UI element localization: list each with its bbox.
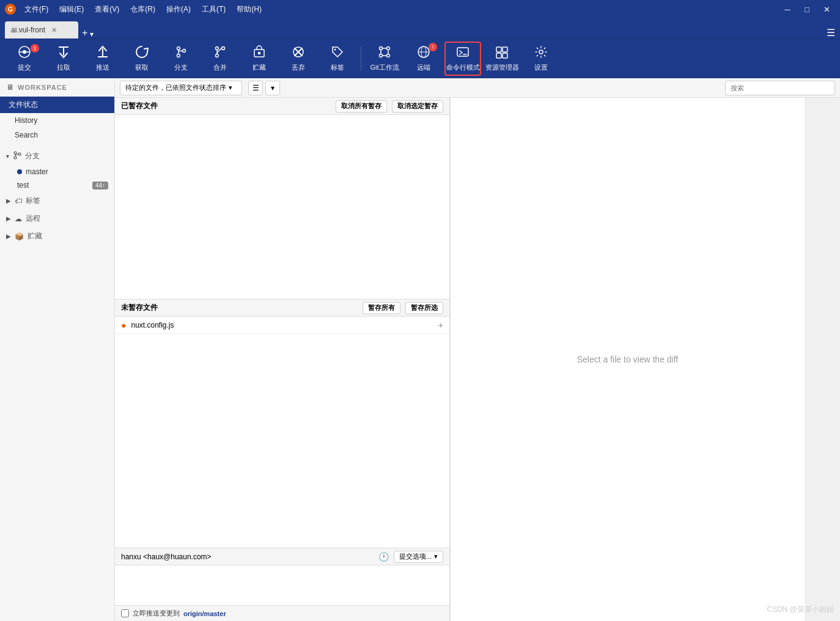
menu-file[interactable]: 文件(F) — [20, 3, 53, 16]
remote-section-label: 远程 — [26, 213, 40, 224]
remote-button[interactable]: ! 远端 — [405, 42, 442, 76]
tags-section-arrow: ▶ — [6, 197, 11, 204]
filter-list-icon[interactable]: ☰ — [248, 81, 263, 95]
push-immediately-checkbox[interactable] — [121, 609, 129, 617]
commit-badge: 1 — [31, 44, 39, 53]
commit-button[interactable]: 1 提交 — [6, 42, 43, 76]
branch-button[interactable]: 分支 — [163, 42, 199, 76]
remote-badge: ! — [429, 43, 437, 51]
svg-rect-27 — [457, 48, 468, 56]
clock-icon[interactable]: 🕐 — [378, 552, 389, 562]
maximize-button[interactable]: □ — [798, 1, 816, 18]
branch-test[interactable]: test 44↑ — [0, 178, 114, 192]
stash-button[interactable]: 贮藏 — [241, 42, 278, 76]
minimize-button[interactable]: ─ — [779, 1, 796, 18]
left-panel: 已暂存文件 取消所有暂存 取消选定暂存 未暂存文件 暂存所有 暂存所选 — [115, 98, 450, 621]
push-icon — [96, 45, 109, 62]
svg-point-8 — [183, 49, 186, 52]
file-action-add[interactable]: + — [438, 320, 443, 330]
sidebar-section-tags[interactable]: ▶ 🏷 标签 — [0, 192, 114, 210]
unstage-selected-button[interactable]: 取消选定暂存 — [392, 100, 443, 112]
svg-point-9 — [216, 46, 219, 50]
sidebar-item-search[interactable]: Search — [0, 128, 114, 142]
svg-point-15 — [334, 48, 336, 50]
menu-repo[interactable]: 仓库(R) — [125, 3, 160, 16]
branch-label: 分支 — [174, 63, 188, 72]
commit-area: hanxu <haux@huaun.com> 🕐 提交选项... ▾ 立即推送变… — [115, 548, 449, 621]
svg-point-10 — [216, 54, 219, 57]
resource-manager-icon — [495, 45, 509, 62]
stage-all-button[interactable]: 暂存所有 — [363, 302, 400, 314]
hamburger-icon[interactable]: ☰ — [827, 27, 835, 39]
merge-label: 合并 — [213, 63, 227, 72]
workspace-text: WORKSPACE — [18, 84, 67, 91]
filter-bar: 待定的文件，已依照文件状态排序 ▾ ☰ ▾ — [115, 78, 840, 98]
staged-section: 已暂存文件 取消所有暂存 取消选定暂存 — [115, 98, 449, 299]
branch-icon — [174, 45, 188, 62]
tab-add-button[interactable]: + — [82, 28, 87, 39]
sidebar-section-remote[interactable]: ▶ ☁ 远程 — [0, 210, 114, 227]
sidebar-section-branches[interactable]: ▾ 分支 — [0, 147, 114, 165]
svg-rect-29 — [496, 47, 501, 52]
sidebar-item-history[interactable]: History — [0, 113, 114, 128]
filter-grid-icon[interactable]: ▾ — [265, 81, 280, 95]
remote-section-icon: ☁ — [15, 215, 22, 223]
pull-label: 拉取 — [57, 63, 70, 72]
list-item[interactable]: ● nuxt.config.js + — [115, 317, 449, 334]
menu-edit[interactable]: 编辑(E) — [54, 3, 89, 16]
svg-rect-31 — [496, 53, 501, 58]
unstage-all-button[interactable]: 取消所有暂存 — [336, 100, 387, 112]
svg-rect-13 — [258, 52, 260, 54]
stash-section-icon: 📦 — [15, 232, 24, 241]
menu-help[interactable]: 帮助(H) — [232, 3, 267, 16]
tag-button[interactable]: 标签 — [319, 42, 356, 76]
branch-master[interactable]: master — [0, 165, 114, 178]
commit-options-button[interactable]: 提交选项... ▾ — [394, 551, 443, 563]
discard-button[interactable]: 丢弃 — [280, 42, 317, 76]
commandline-label: 命令行模式 — [446, 63, 480, 72]
app-logo: G — [5, 4, 16, 15]
filter-dropdown-text: 待定的文件，已依照文件状态排序 — [125, 83, 226, 92]
commit-footer: 立即推送变更到 origin/master — [115, 605, 449, 621]
stage-selected-button[interactable]: 暂存所选 — [405, 302, 443, 314]
close-button[interactable]: ✕ — [818, 1, 835, 18]
filter-dropdown[interactable]: 待定的文件，已依照文件状态排序 ▾ — [120, 81, 242, 95]
git-workflow-icon — [378, 45, 391, 62]
fetch-label: 获取 — [135, 63, 149, 72]
merge-button[interactable]: 合并 — [202, 42, 238, 76]
svg-point-35 — [14, 156, 17, 159]
unstaged-section: 未暂存文件 暂存所有 暂存所选 ● nuxt.config.js + — [115, 299, 449, 548]
tab-title: ai.vul-front — [11, 26, 45, 34]
resource-manager-button[interactable]: 资源管理器 — [484, 42, 520, 76]
push-button[interactable]: 推送 — [84, 42, 121, 76]
menu-view[interactable]: 查看(V) — [90, 3, 124, 16]
commandline-button[interactable]: 命令行模式 — [444, 42, 481, 76]
settings-label: 设置 — [534, 63, 548, 72]
fetch-button[interactable]: 获取 — [123, 42, 160, 76]
svg-point-6 — [177, 46, 180, 50]
commit-options-arrow: ▾ — [434, 553, 438, 560]
menu-action[interactable]: 操作(A) — [161, 3, 196, 16]
title-bar-left: G 文件(F) 编辑(E) 查看(V) 仓库(R) 操作(A) 工具(T) 帮助… — [5, 3, 267, 16]
svg-point-16 — [380, 46, 383, 50]
settings-icon — [534, 45, 548, 62]
svg-point-17 — [387, 46, 390, 50]
git-workflow-button[interactable]: Git工作流 — [366, 42, 403, 76]
pull-button[interactable]: 拉取 — [45, 42, 82, 76]
svg-point-36 — [18, 153, 21, 155]
title-bar-menu[interactable]: 文件(F) 编辑(E) 查看(V) 仓库(R) 操作(A) 工具(T) 帮助(H… — [20, 3, 267, 16]
push-immediately-label: 立即推送变更到 — [133, 609, 180, 618]
tab-ai-vul-front[interactable]: ai.vul-front ✕ — [5, 21, 78, 39]
tab-menu-button[interactable]: ▾ — [90, 30, 94, 39]
menu-tools[interactable]: 工具(T) — [197, 3, 230, 16]
sidebar-item-file-status[interactable]: 文件状态 — [0, 97, 114, 113]
commit-message-input[interactable] — [115, 565, 449, 605]
main-split: 已暂存文件 取消所有暂存 取消选定暂存 未暂存文件 暂存所有 暂存所选 — [115, 98, 840, 621]
content-wrapper: 待定的文件，已依照文件状态排序 ▾ ☰ ▾ 已暂存文件 取消所有暂存 取消选定暂… — [115, 78, 840, 621]
settings-button[interactable]: 设置 — [523, 42, 559, 76]
search-input[interactable] — [725, 81, 835, 95]
sidebar-section-stash[interactable]: ▶ 📦 贮藏 — [0, 227, 114, 245]
hamburger-menu[interactable]: ☰ — [827, 27, 835, 39]
unstaged-header: 未暂存文件 暂存所有 暂存所选 — [115, 299, 449, 317]
tab-close-button[interactable]: ✕ — [51, 26, 57, 34]
